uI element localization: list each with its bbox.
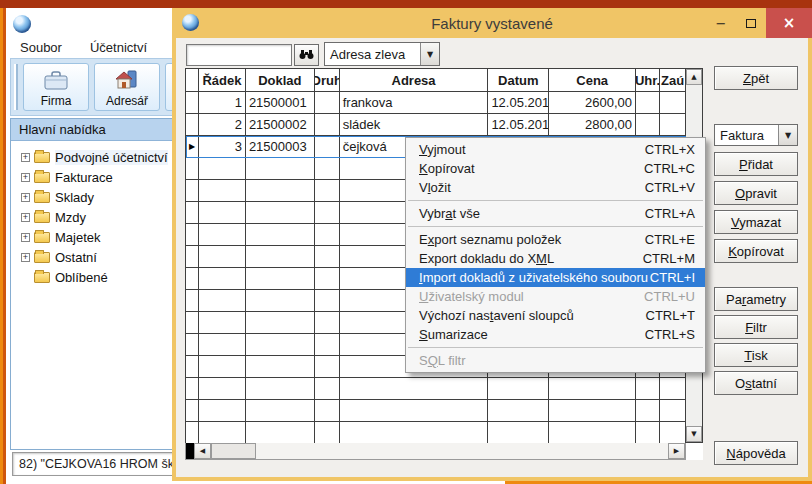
- vymazat-button[interactable]: Vymazat: [714, 210, 798, 234]
- cell-uhr[interactable]: [636, 114, 660, 136]
- table-row[interactable]: 1 21500001 frankova 12.05.2016 2600,00: [186, 92, 686, 114]
- menu-item-kopirovat[interactable]: Kopírovat CTRL+C: [406, 159, 705, 178]
- search-button[interactable]: [294, 44, 319, 66]
- app-icon: [13, 15, 31, 33]
- search-input[interactable]: [186, 44, 292, 66]
- search-filter-dropdown[interactable]: Adresa zleva ▼: [324, 42, 440, 66]
- scrollbar-corner: [686, 443, 703, 460]
- scroll-right-icon[interactable]: ▶: [668, 443, 685, 459]
- maximize-button[interactable]: [736, 8, 766, 38]
- cell-cena[interactable]: 2600,00: [549, 92, 636, 114]
- header-doklad[interactable]: Doklad: [246, 69, 315, 92]
- close-button[interactable]: ×: [766, 8, 812, 38]
- title-bar[interactable]: Faktury vystavené − ×: [176, 8, 808, 38]
- tree-item-label[interactable]: Fakturace: [55, 170, 113, 185]
- doc-type-value: Faktura: [715, 128, 778, 143]
- scroll-up-icon[interactable]: ▲: [686, 69, 702, 85]
- hscroll-track[interactable]: [256, 443, 668, 459]
- hscroll-block: [186, 443, 194, 459]
- toolbar-adresar-button[interactable]: Adresář: [94, 63, 160, 111]
- cell-doklad[interactable]: 21500003: [246, 136, 315, 158]
- cell-zau[interactable]: [660, 114, 686, 136]
- parametry-button[interactable]: Parametry: [714, 287, 798, 311]
- tree-expand-icon[interactable]: +: [21, 213, 30, 222]
- cell-doklad[interactable]: 21500001: [246, 92, 315, 114]
- cell-uhr[interactable]: [636, 92, 660, 114]
- menu-item-sumarizace[interactable]: Sumarizace CTRL+S: [406, 325, 705, 344]
- chevron-down-icon[interactable]: ▼: [778, 125, 797, 145]
- opravit-button[interactable]: Opravit: [714, 181, 798, 205]
- menu-item-vlozit[interactable]: Vložit CTRL+V: [406, 178, 705, 197]
- minimize-button[interactable]: −: [706, 8, 736, 38]
- header-cena[interactable]: Cena: [549, 69, 636, 92]
- menu-soubor[interactable]: Soubor: [20, 40, 62, 55]
- cell-cena[interactable]: 2800,00: [549, 114, 636, 136]
- header-uhr[interactable]: Uhr.: [636, 69, 660, 92]
- cell-druh[interactable]: [315, 114, 340, 136]
- cell-datum[interactable]: 12.05.2016: [488, 92, 549, 114]
- cell-radek[interactable]: 3: [199, 136, 246, 158]
- shortcut: CTRL+T: [646, 308, 695, 323]
- ostatni-button[interactable]: Ostatní: [714, 371, 798, 395]
- tree-expand-icon[interactable]: +: [21, 233, 30, 242]
- cell-adresa[interactable]: frankova: [340, 92, 489, 114]
- tree-item-label[interactable]: Ostatní: [55, 250, 97, 265]
- toolbar-adresar-label: Adresář: [106, 94, 148, 108]
- cell-radek[interactable]: 1: [199, 92, 246, 114]
- menu-item-import-dokladu[interactable]: Import dokladů z uživatelského souboru C…: [406, 268, 705, 287]
- cell-adresa[interactable]: sládek: [340, 114, 489, 136]
- menu-item-vyjmout[interactable]: Vyjmout CTRL+X: [406, 140, 705, 159]
- horizontal-scrollbar[interactable]: ◀ ▶: [185, 443, 686, 460]
- header-druh[interactable]: Druh: [315, 69, 340, 92]
- tree-item-label[interactable]: Sklady: [55, 190, 94, 205]
- row-selector[interactable]: ▶: [186, 136, 199, 158]
- toolbar-grip[interactable]: [14, 64, 18, 110]
- chevron-down-icon[interactable]: ▼: [420, 43, 439, 65]
- hscroll-thumb[interactable]: [211, 443, 256, 459]
- scroll-down-icon[interactable]: ▼: [686, 426, 702, 442]
- tree-item-label[interactable]: Mzdy: [55, 210, 86, 225]
- header-radek[interactable]: Řádek: [199, 69, 246, 92]
- tree-expand-icon[interactable]: +: [21, 193, 30, 202]
- napoveda-button[interactable]: Nápověda: [714, 441, 798, 465]
- header-zau[interactable]: Zaú: [660, 69, 686, 92]
- tree-expand-icon[interactable]: +: [21, 253, 30, 262]
- kopirovat-button[interactable]: Kopírovat: [714, 239, 798, 263]
- folder-icon: [34, 232, 50, 243]
- row-selector[interactable]: [186, 114, 199, 136]
- tree-item-label[interactable]: Majetek: [55, 230, 101, 245]
- shortcut: CTRL+X: [645, 142, 695, 157]
- menu-ucetnictvi[interactable]: Účetnictví: [90, 40, 147, 55]
- tree-item-label[interactable]: Oblíbené: [55, 270, 108, 285]
- briefcase-icon: [43, 66, 69, 94]
- menu-item-vybrat-vse[interactable]: Vybrat vše CTRL+A: [406, 204, 705, 223]
- cell-doklad[interactable]: 21500002: [246, 114, 315, 136]
- row-selector[interactable]: [186, 92, 199, 114]
- cell-druh[interactable]: [315, 136, 340, 158]
- shortcut: CTRL+U: [644, 289, 695, 304]
- header-datum[interactable]: Datum: [488, 69, 549, 92]
- app-icon: [182, 14, 199, 31]
- pridat-button[interactable]: Přidat: [714, 152, 798, 176]
- tree-expand-icon[interactable]: +: [21, 173, 30, 182]
- zpet-button[interactable]: Zpět: [714, 66, 798, 90]
- shortcut: CTRL+I: [650, 270, 695, 285]
- table-row[interactable]: 2 21500002 sládek 12.05.2016 2800,00: [186, 114, 686, 136]
- menu-item-export-xml[interactable]: Export dokladu do XML CTRL+M: [406, 249, 705, 268]
- doc-type-dropdown[interactable]: Faktura ▼: [714, 124, 798, 146]
- tree-expand-icon[interactable]: +: [21, 153, 30, 162]
- scroll-left-icon[interactable]: ◀: [194, 443, 211, 459]
- filtr-button[interactable]: Filtr: [714, 315, 798, 339]
- shortcut: CTRL+C: [644, 161, 695, 176]
- tree-item-label[interactable]: Podvojné účetnictví: [55, 150, 168, 165]
- folder-icon: [34, 192, 50, 203]
- toolbar-firma-button[interactable]: Firma: [23, 63, 89, 111]
- cell-druh[interactable]: [315, 92, 340, 114]
- cell-zau[interactable]: [660, 92, 686, 114]
- tisk-button[interactable]: Tisk: [714, 343, 798, 367]
- menu-item-vychozi-nastaveni[interactable]: Výchozí nastavení sloupců CTRL+T: [406, 306, 705, 325]
- header-adresa[interactable]: Adresa: [340, 69, 489, 92]
- cell-radek[interactable]: 2: [199, 114, 246, 136]
- cell-datum[interactable]: 12.05.2016: [488, 114, 549, 136]
- menu-item-export-seznamu[interactable]: Export seznamu položek CTRL+E: [406, 230, 705, 249]
